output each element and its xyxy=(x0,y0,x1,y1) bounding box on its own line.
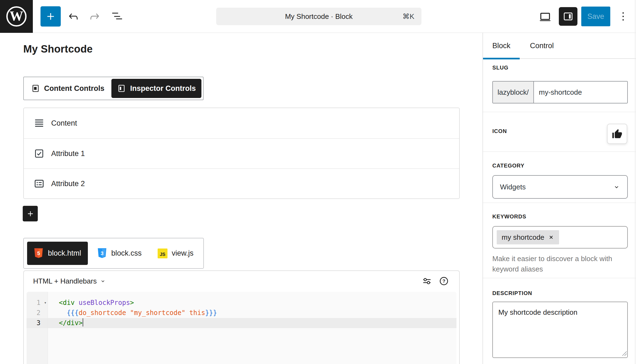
line-number[interactable]: 3 xyxy=(27,318,48,328)
preview-device-button[interactable] xyxy=(537,9,553,25)
tab-label: Content Controls xyxy=(44,84,104,93)
slug-prefix: lazyblock/ xyxy=(493,82,534,103)
sliders-icon xyxy=(421,276,432,287)
file-tab-label: view.js xyxy=(172,249,194,258)
document-overview-button[interactable] xyxy=(109,9,125,24)
divider xyxy=(483,112,636,112)
remove-keyword-button[interactable] xyxy=(548,234,554,240)
html5-icon: 5 xyxy=(34,248,44,259)
plus-icon xyxy=(25,209,35,219)
select-icon xyxy=(33,178,45,190)
close-icon xyxy=(548,234,554,240)
block-inserter-button[interactable] xyxy=(41,6,61,27)
code-language-label: HTML + Handlebars xyxy=(33,277,97,285)
code-language-select[interactable]: HTML + Handlebars xyxy=(33,277,106,285)
document-title-bar[interactable]: My Shortcode · Block ⌘K xyxy=(216,8,421,25)
css3-icon: 3 xyxy=(97,248,107,259)
content-controls-icon xyxy=(31,84,40,93)
add-control-button[interactable] xyxy=(23,206,38,221)
code-line-1[interactable]: <div useBlockProps> xyxy=(48,298,456,308)
laptop-icon xyxy=(538,10,552,24)
redo-icon xyxy=(88,10,101,23)
checkbox-icon xyxy=(33,148,45,160)
keywords-help-text: Make it easier to discover a block with … xyxy=(492,253,629,274)
undo-button[interactable] xyxy=(65,9,82,24)
control-row-attribute-1[interactable]: Attribute 1 xyxy=(24,138,459,168)
file-tab-block-css[interactable]: 3 block.css xyxy=(91,242,148,265)
lazy-blocks-editor: W My Shortcode · Block ⌘K Save xyxy=(0,0,636,364)
help-icon: ? xyxy=(439,276,449,286)
editor-settings-button[interactable] xyxy=(421,275,433,287)
fold-caret-icon[interactable]: ▾ xyxy=(44,298,47,308)
icon-label: ICON xyxy=(492,128,507,134)
code-lines[interactable]: <div useBlockProps> {{{do_shortcode "my_… xyxy=(48,292,456,364)
chevron-down-icon xyxy=(100,278,106,284)
control-label: Content xyxy=(51,119,77,128)
scrollbar-track[interactable] xyxy=(635,0,635,364)
slug-field-group: lazyblock/ xyxy=(492,81,628,103)
control-row-content[interactable]: Content xyxy=(24,108,459,138)
keyword-tag: my shortcode xyxy=(497,230,559,244)
sidebar-tabs: Block Control xyxy=(483,33,636,59)
settings-sidebar-toggle[interactable] xyxy=(559,7,577,26)
keyword-tag-label: my shortcode xyxy=(502,233,544,242)
list-view-icon xyxy=(111,10,124,23)
tab-label: Inspector Controls xyxy=(130,84,196,93)
tab-inspector-controls[interactable]: Inspector Controls xyxy=(111,79,201,98)
thumbs-up-icon xyxy=(611,128,623,140)
keywords-label: KEYWORDS xyxy=(492,213,526,220)
keywords-input[interactable]: my shortcode xyxy=(492,226,628,249)
file-tab-label: block.css xyxy=(111,249,142,258)
svg-text:5: 5 xyxy=(37,250,40,256)
description-label: DESCRIPTION xyxy=(492,290,532,296)
document-title: My Shortcode · Block xyxy=(285,12,352,21)
description-textarea[interactable]: My shortcode description xyxy=(492,302,628,358)
controls-list: Content Attribute 1 Attribute 2 xyxy=(23,108,460,199)
code-editor-header: HTML + Handlebars ? xyxy=(24,271,459,291)
control-row-attribute-2[interactable]: Attribute 2 xyxy=(24,168,459,198)
divider xyxy=(483,151,636,152)
editor-help-button[interactable]: ? xyxy=(438,275,450,287)
inspector-controls-icon xyxy=(117,84,126,93)
editor-header: W My Shortcode · Block ⌘K Save xyxy=(0,0,636,33)
wordpress-icon: W xyxy=(6,6,27,27)
sidebar-tab-control[interactable]: Control xyxy=(520,33,564,59)
control-label: Attribute 2 xyxy=(51,180,85,188)
control-label: Attribute 1 xyxy=(51,149,85,158)
command-shortcut: ⌘K xyxy=(403,8,414,25)
js-icon: JS xyxy=(158,249,167,258)
file-tab-view-js[interactable]: JS view.js xyxy=(151,242,200,265)
code-gutter: 1▾ 2 3 xyxy=(27,292,48,364)
file-tab-label: block.html xyxy=(48,249,81,258)
undo-icon xyxy=(67,10,80,23)
slug-label: SLUG xyxy=(492,65,508,71)
category-select[interactable]: Widgets xyxy=(492,175,628,199)
svg-text:JS: JS xyxy=(160,252,165,257)
options-menu-button[interactable] xyxy=(616,8,631,25)
text-icon xyxy=(33,117,45,129)
divider xyxy=(483,278,636,278)
redo-button[interactable] xyxy=(86,9,103,24)
sidebar-tab-block[interactable]: Block xyxy=(483,33,520,59)
save-button[interactable]: Save xyxy=(581,7,610,26)
block-icon-picker[interactable] xyxy=(607,124,627,144)
divider xyxy=(483,203,636,203)
code-line-2[interactable]: {{{do_shortcode "my_shortcode" this}}} xyxy=(48,308,456,318)
text-cursor xyxy=(83,318,83,327)
code-area[interactable]: 1▾ 2 3 <div useBlockProps> {{{do_shortco… xyxy=(27,292,456,364)
file-tab-block-html[interactable]: 5 block.html xyxy=(27,242,88,265)
block-title[interactable]: My Shortcode xyxy=(23,43,93,55)
code-line-3[interactable]: </div> xyxy=(48,318,456,328)
slug-input[interactable] xyxy=(534,82,628,103)
line-number[interactable]: 1▾ xyxy=(27,298,48,308)
wordpress-menu-button[interactable]: W xyxy=(0,0,33,33)
tab-content-controls[interactable]: Content Controls xyxy=(25,79,110,98)
line-number[interactable]: 2 xyxy=(27,308,48,318)
code-editor-panel: HTML + Handlebars ? 1▾ 2 3 <div useBlock… xyxy=(23,270,460,364)
category-label: CATEGORY xyxy=(492,163,525,169)
code-file-tabs: 5 block.html 3 block.css JS view.js xyxy=(23,238,204,269)
sidebar-icon xyxy=(562,10,574,22)
controls-placement-tabs: Content Controls Inspector Controls xyxy=(23,77,204,100)
settings-sidebar: Block Control SLUG lazyblock/ ICON CATEG… xyxy=(482,33,636,364)
kebab-menu-icon xyxy=(617,10,630,23)
